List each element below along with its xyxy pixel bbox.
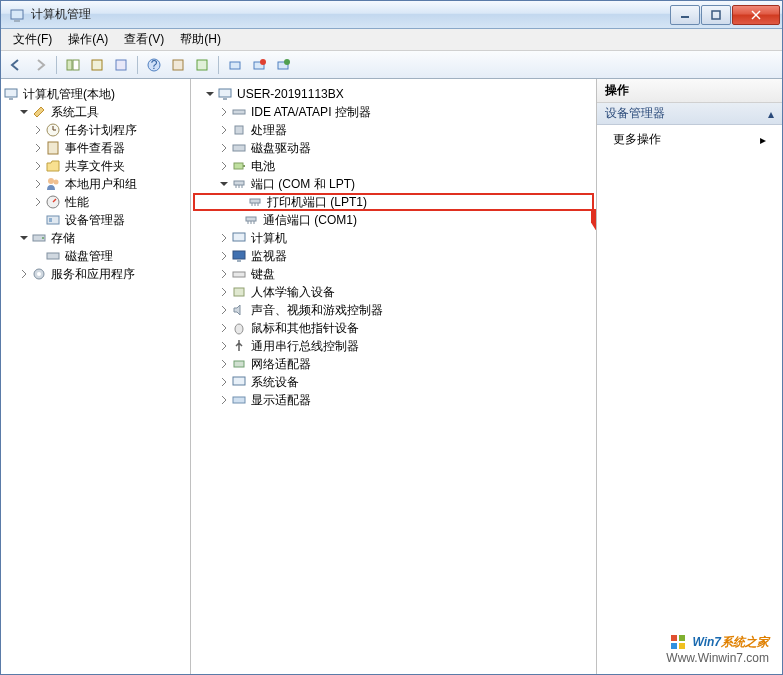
system-icon xyxy=(231,374,247,390)
tree-root[interactable]: 计算机管理(本地) xyxy=(3,85,188,103)
device-disk[interactable]: 磁盘驱动器 xyxy=(193,139,594,157)
services-icon xyxy=(31,266,47,282)
device-mouse[interactable]: 鼠标和其他指针设备 xyxy=(193,319,594,337)
tree-shared-folders[interactable]: 共享文件夹 xyxy=(3,157,188,175)
svg-rect-55 xyxy=(233,233,245,241)
actions-more[interactable]: 更多操作 ▸ xyxy=(597,125,782,154)
tree-services-apps[interactable]: 服务和应用程序 xyxy=(3,265,188,283)
tree-storage[interactable]: 存储 xyxy=(3,229,188,247)
expand-icon[interactable] xyxy=(217,339,231,353)
minimize-button[interactable] xyxy=(670,5,700,25)
refresh-button[interactable] xyxy=(191,54,213,76)
expand-icon[interactable] xyxy=(31,141,45,155)
expand-icon[interactable] xyxy=(217,123,231,137)
scan-hardware-button[interactable] xyxy=(224,54,246,76)
clock-icon xyxy=(45,122,61,138)
collapse-icon[interactable] xyxy=(17,231,31,245)
view-button[interactable] xyxy=(167,54,189,76)
menu-action[interactable]: 操作(A) xyxy=(60,29,116,50)
expand-icon[interactable] xyxy=(17,267,31,281)
expand-icon[interactable] xyxy=(217,267,231,281)
forward-button[interactable] xyxy=(29,54,51,76)
back-button[interactable] xyxy=(5,54,27,76)
properties-button[interactable] xyxy=(86,54,108,76)
device-battery[interactable]: 电池 xyxy=(193,157,594,175)
expand-icon[interactable] xyxy=(217,285,231,299)
tree-device-manager[interactable]: 设备管理器 xyxy=(3,211,188,229)
device-usb[interactable]: 通用串行总线控制器 xyxy=(193,337,594,355)
tree-performance[interactable]: 性能 xyxy=(3,193,188,211)
expand-icon[interactable] xyxy=(31,123,45,137)
hid-icon xyxy=(231,284,247,300)
storage-icon xyxy=(31,230,47,246)
expand-icon[interactable] xyxy=(217,249,231,263)
svg-point-35 xyxy=(37,272,41,276)
submenu-arrow-icon: ▸ xyxy=(760,133,766,147)
export-button[interactable] xyxy=(110,54,132,76)
expand-icon[interactable] xyxy=(217,159,231,173)
menu-view[interactable]: 查看(V) xyxy=(116,29,172,50)
tree-disk-management[interactable]: 磁盘管理 xyxy=(3,247,188,265)
device-sound[interactable]: 声音、视频和游戏控制器 xyxy=(193,301,594,319)
help-button[interactable]: ? xyxy=(143,54,165,76)
expand-icon[interactable] xyxy=(217,303,231,317)
expand-icon[interactable] xyxy=(217,105,231,119)
device-keyboard[interactable]: 键盘 xyxy=(193,265,594,283)
expand-icon[interactable] xyxy=(217,231,231,245)
close-button[interactable] xyxy=(732,5,780,25)
svg-rect-62 xyxy=(233,377,245,385)
tree-event-viewer[interactable]: 事件查看器 xyxy=(3,139,188,157)
collapse-icon[interactable] xyxy=(203,87,217,101)
expand-icon[interactable] xyxy=(217,321,231,335)
device-hid[interactable]: 人体学输入设备 xyxy=(193,283,594,301)
menu-help[interactable]: 帮助(H) xyxy=(172,29,229,50)
expand-icon[interactable] xyxy=(217,141,231,155)
display-adapter-icon xyxy=(231,392,247,408)
expand-icon[interactable] xyxy=(217,357,231,371)
device-computer[interactable]: 计算机 xyxy=(193,229,594,247)
window-controls xyxy=(669,5,780,25)
device-com-port[interactable]: 通信端口 (COM1) xyxy=(193,211,594,229)
expand-icon[interactable] xyxy=(217,393,231,407)
svg-rect-57 xyxy=(237,260,241,262)
device-display[interactable]: 显示适配器 xyxy=(193,391,594,409)
device-tree: USER-20191113BX IDE ATA/ATAPI 控制器 处理器 磁盘… xyxy=(191,79,597,674)
tree-system-tools[interactable]: 系统工具 xyxy=(3,103,188,121)
actions-section[interactable]: 设备管理器 ▴ xyxy=(597,103,782,125)
actions-pane: 操作 设备管理器 ▴ 更多操作 ▸ xyxy=(597,79,782,674)
expand-icon[interactable] xyxy=(31,195,45,209)
toolbar-separator xyxy=(56,56,57,74)
maximize-button[interactable] xyxy=(701,5,731,25)
disk-drive-icon xyxy=(231,140,247,156)
device-ports[interactable]: 端口 (COM 和 LPT) xyxy=(193,175,594,193)
device-monitor[interactable]: 监视器 xyxy=(193,247,594,265)
toolbar: ? xyxy=(1,51,782,79)
device-system[interactable]: 系统设备 xyxy=(193,373,594,391)
tools-icon xyxy=(31,104,47,120)
show-hide-tree-button[interactable] xyxy=(62,54,84,76)
performance-icon xyxy=(45,194,61,210)
menu-file[interactable]: 文件(F) xyxy=(5,29,60,50)
tree-task-scheduler[interactable]: 任务计划程序 xyxy=(3,121,188,139)
device-ide[interactable]: IDE ATA/ATAPI 控制器 xyxy=(193,103,594,121)
menubar: 文件(F) 操作(A) 查看(V) 帮助(H) xyxy=(1,29,782,51)
svg-text:?: ? xyxy=(151,58,158,72)
collapse-icon[interactable] xyxy=(17,105,31,119)
device-network[interactable]: 网络适配器 xyxy=(193,355,594,373)
svg-rect-38 xyxy=(233,110,245,114)
device-cpu[interactable]: 处理器 xyxy=(193,121,594,139)
expand-icon[interactable] xyxy=(31,177,45,191)
device-printer-port[interactable]: 打印机端口 (LPT1) xyxy=(193,193,594,211)
update-driver-button[interactable] xyxy=(272,54,294,76)
svg-rect-13 xyxy=(197,60,207,70)
actions-header: 操作 xyxy=(597,79,782,103)
expand-icon[interactable] xyxy=(217,375,231,389)
tree-local-users[interactable]: 本地用户和组 xyxy=(3,175,188,193)
uninstall-button[interactable] xyxy=(248,54,270,76)
collapse-icon[interactable] xyxy=(217,177,231,191)
expand-icon[interactable] xyxy=(31,159,45,173)
navigation-tree: 计算机管理(本地) 系统工具 任务计划程序 事件查看器 xyxy=(1,79,191,674)
app-icon xyxy=(9,7,25,23)
device-root[interactable]: USER-20191113BX xyxy=(193,85,594,103)
svg-rect-59 xyxy=(234,288,244,296)
